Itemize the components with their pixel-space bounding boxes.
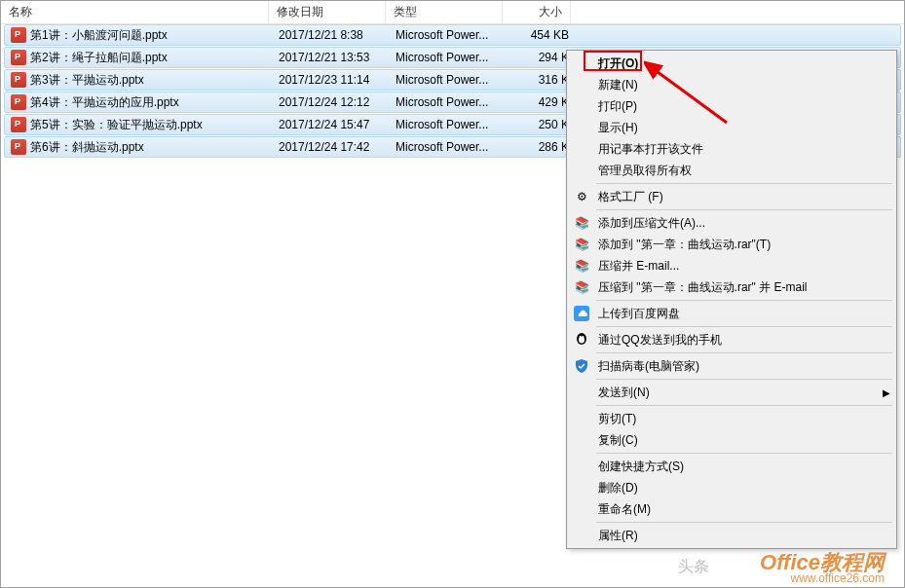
menu-format-factory[interactable]: ⚙ 格式工厂 (F) (569, 186, 894, 207)
file-name: 第2讲：绳子拉船问题.pptx (30, 51, 168, 64)
baidu-cloud-icon (573, 305, 590, 322)
menu-separator (596, 300, 892, 301)
menu-scan-virus[interactable]: 扫描病毒(电脑管家) (569, 355, 894, 377)
pptx-icon (11, 94, 26, 110)
file-type: Microsoft Power... (390, 138, 507, 156)
svg-point-4 (583, 336, 584, 338)
menu-archive-email[interactable]: 📚 压缩并 E-mail... (569, 255, 894, 276)
context-menu: 打开(O) 新建(N) 打印(P) 显示(H) 用记事本打开该文件 管理员取得所… (566, 50, 897, 549)
column-name[interactable]: 名称 (1, 0, 269, 24)
submenu-arrow-icon: ▶ (883, 387, 890, 398)
pptx-icon (11, 139, 26, 155)
winrar-icon: 📚 (573, 214, 590, 232)
file-size: 429 K (507, 93, 575, 111)
format-factory-icon: ⚙ (573, 188, 590, 205)
menu-show[interactable]: 显示(H) (569, 117, 894, 138)
file-date: 2017/12/21 13:53 (273, 49, 390, 66)
file-type: Microsoft Power... (390, 71, 507, 89)
menu-print[interactable]: 打印(P) (569, 95, 894, 117)
menu-new[interactable]: 新建(N) (569, 74, 894, 95)
file-size: 250 K (507, 116, 575, 133)
pptx-icon (11, 72, 26, 88)
file-name: 第3讲：平抛运动.pptx (30, 73, 144, 87)
file-date: 2017/12/24 17:42 (273, 138, 390, 156)
file-size: 294 K (507, 49, 575, 66)
file-name: 第6讲：斜抛运动.pptx (30, 140, 144, 154)
file-type: Microsoft Power... (390, 116, 507, 133)
menu-qq-send[interactable]: 通过QQ发送到我的手机 (569, 329, 894, 350)
menu-archive-add[interactable]: 📚 添加到压缩文件(A)... (569, 212, 894, 234)
menu-separator (596, 183, 892, 184)
menu-delete[interactable]: 删除(D) (569, 477, 894, 498)
file-date: 2017/12/21 8:38 (273, 26, 390, 44)
pptx-icon (11, 117, 26, 132)
file-type: Microsoft Power... (390, 49, 507, 66)
winrar-icon: 📚 (573, 236, 590, 253)
menu-separator (596, 379, 892, 380)
file-type: Microsoft Power... (390, 93, 507, 111)
file-size: 454 KB (507, 26, 575, 44)
file-date: 2017/12/23 11:14 (273, 71, 390, 89)
menu-separator (596, 352, 892, 353)
menu-sendto[interactable]: 发送到(N)▶ (569, 382, 894, 403)
svg-point-3 (580, 336, 582, 338)
qq-icon (573, 331, 590, 349)
menu-separator (596, 326, 892, 327)
file-name: 第4讲：平抛运动的应用.pptx (30, 95, 179, 109)
column-type[interactable]: 类型 (386, 0, 503, 24)
pptx-icon (11, 50, 26, 65)
menu-admin[interactable]: 管理员取得所有权 (569, 160, 894, 181)
menu-open[interactable]: 打开(O) (569, 53, 894, 74)
column-header-row: 名称 修改日期 类型 大小 (1, 1, 904, 24)
menu-copy[interactable]: 复制(C) (569, 429, 894, 451)
menu-shortcut[interactable]: 创建快捷方式(S) (569, 456, 894, 477)
watermark-extra: 头条 (678, 557, 709, 577)
file-size: 286 K (507, 138, 575, 156)
file-size: 316 K (507, 71, 575, 89)
menu-baidu[interactable]: 上传到百度网盘 (569, 303, 894, 324)
menu-cut[interactable]: 剪切(T) (569, 408, 894, 429)
menu-separator (596, 522, 892, 523)
menu-properties[interactable]: 属性(R) (569, 525, 894, 546)
column-size[interactable]: 大小 (503, 0, 571, 24)
file-name: 第5讲：实验：验证平抛运动.pptx (30, 118, 203, 131)
file-type: Microsoft Power... (390, 26, 507, 44)
pptx-icon (11, 27, 26, 43)
menu-notepad[interactable]: 用记事本打开该文件 (569, 138, 894, 160)
menu-archive-addto[interactable]: 📚 添加到 "第一章：曲线运动.rar"(T) (569, 234, 894, 255)
winrar-icon: 📚 (573, 257, 590, 275)
menu-separator (596, 405, 892, 406)
column-date[interactable]: 修改日期 (269, 0, 386, 24)
menu-archive-email-to[interactable]: 📚 压缩到 "第一章：曲线运动.rar" 并 E-mail (569, 276, 894, 298)
menu-separator (596, 453, 892, 454)
menu-rename[interactable]: 重命名(M) (569, 498, 894, 520)
file-name: 第1讲：小船渡河问题.pptx (30, 28, 168, 42)
menu-separator (596, 209, 892, 210)
shield-icon (573, 357, 590, 375)
watermark-url: www.office26.com (791, 571, 886, 585)
file-date: 2017/12/24 12:12 (273, 93, 390, 111)
winrar-icon: 📚 (573, 278, 590, 296)
file-row[interactable]: 第1讲：小船渡河问题.pptx 2017/12/21 8:38 Microsof… (4, 24, 901, 46)
file-date: 2017/12/24 15:47 (273, 116, 390, 133)
